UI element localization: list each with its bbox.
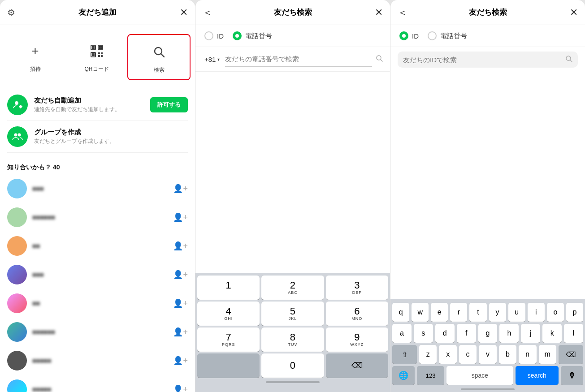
key-delete[interactable]: ⌫ <box>326 353 388 378</box>
key-globe[interactable]: 🌐 <box>392 366 415 385</box>
allow-button[interactable]: 許可する <box>150 97 188 112</box>
key-q[interactable]: q <box>392 303 409 322</box>
panel-search-phone: ＜ 友だち検索 ✕ ID 電話番号 +81 ▾ 1 <box>195 0 390 392</box>
svg-rect-8 <box>98 55 100 57</box>
key-space[interactable]: space <box>446 366 513 385</box>
add-friend-icon[interactable]: 👤+ <box>173 212 188 222</box>
key-label: 5 <box>290 306 295 316</box>
phone-search-input[interactable] <box>225 52 372 67</box>
create-group-icon <box>7 126 28 147</box>
key-e[interactable]: e <box>431 303 448 322</box>
add-friend-icon[interactable]: 👤+ <box>173 384 188 392</box>
contact-name: ■■■■■ <box>32 357 168 364</box>
panel2-back-icon[interactable]: ＜ <box>203 6 212 19</box>
panel3-radio-phone[interactable]: 電話番号 <box>428 31 467 40</box>
add-friend-icon[interactable]: 👤+ <box>173 241 188 251</box>
country-code-value: +81 <box>204 56 216 63</box>
avatar <box>7 265 27 284</box>
add-friend-icon[interactable]: 👤+ <box>173 270 188 280</box>
key-f[interactable]: f <box>457 324 476 343</box>
key-o[interactable]: o <box>547 303 564 322</box>
key-0[interactable]: 0 <box>261 353 324 378</box>
key-y[interactable]: y <box>489 303 506 322</box>
key-p[interactable]: p <box>566 303 583 322</box>
key-g[interactable]: g <box>478 324 498 343</box>
avatar <box>7 379 27 392</box>
add-friend-icon[interactable]: 👤+ <box>173 298 188 308</box>
key-b[interactable]: b <box>499 345 516 364</box>
key-sub: WXYZ <box>350 342 364 347</box>
key-m[interactable]: m <box>539 345 556 364</box>
key-3[interactable]: 3 DEF <box>326 276 388 300</box>
key-sub: GHI <box>224 316 233 321</box>
radio-phone-circle <box>233 31 242 40</box>
key-d[interactable]: d <box>435 324 455 343</box>
key-8[interactable]: 8 TUV <box>261 327 324 352</box>
key-search[interactable]: search <box>516 366 559 385</box>
key-l[interactable]: l <box>564 324 583 343</box>
panel3-back-icon[interactable]: ＜ <box>398 6 407 19</box>
key-z[interactable]: z <box>419 345 437 364</box>
contact-name: ■■■ <box>32 271 168 278</box>
panel1-title: 友だち追加 <box>78 7 117 17</box>
key-1[interactable]: 1 <box>197 276 260 300</box>
key-sub: DEF <box>352 290 362 295</box>
add-friend-icon[interactable]: 👤+ <box>173 356 188 366</box>
key-t[interactable]: t <box>469 303 486 322</box>
id-search-box <box>398 52 578 68</box>
gear-icon[interactable]: ⚙ <box>7 7 15 18</box>
panel3-radio-id[interactable]: ID <box>399 31 419 40</box>
key-5[interactable]: 5 JKL <box>261 302 324 326</box>
key-s[interactable]: s <box>414 324 433 343</box>
invite-item[interactable]: + 招待 <box>4 34 66 80</box>
key-j[interactable]: j <box>521 324 540 343</box>
key-c[interactable]: c <box>459 345 477 364</box>
svg-rect-5 <box>92 53 95 56</box>
key-4[interactable]: 4 GHI <box>197 302 260 326</box>
id-search-input[interactable] <box>403 56 562 64</box>
search-item[interactable]: 検索 <box>127 34 191 80</box>
key-r[interactable]: r <box>450 303 467 322</box>
create-group-item: グループを作成 友だちとグループを作成します。 <box>7 121 188 153</box>
panel3-close-icon[interactable]: ✕ <box>570 7 578 18</box>
dropdown-arrow: ▾ <box>217 57 220 62</box>
radio-phone[interactable]: 電話番号 <box>233 31 272 40</box>
key-empty <box>197 353 260 378</box>
key-123[interactable]: 123 <box>417 366 444 385</box>
key-w[interactable]: w <box>412 303 429 322</box>
invite-icon: + <box>24 39 47 63</box>
key-k[interactable]: k <box>542 324 562 343</box>
contact-name: ■■ <box>32 242 168 250</box>
contact-item: ■■■■■ 👤+ <box>0 375 195 392</box>
radio-id[interactable]: ID <box>204 31 224 40</box>
key-label: 1 <box>226 280 231 290</box>
key-h[interactable]: h <box>499 324 519 343</box>
key-a[interactable]: a <box>392 324 412 343</box>
key-n[interactable]: n <box>519 345 536 364</box>
panel2-close-icon[interactable]: ✕ <box>375 7 383 18</box>
home-indicator <box>266 381 320 383</box>
key-6[interactable]: 6 MNO <box>326 302 388 326</box>
add-friend-icon[interactable]: 👤+ <box>173 184 188 194</box>
key-u[interactable]: u <box>508 303 525 322</box>
panel1-close-icon[interactable]: ✕ <box>180 7 188 18</box>
svg-point-12 <box>15 101 18 105</box>
key-label: 9 <box>354 332 360 342</box>
key-9[interactable]: 9 WXYZ <box>326 327 388 352</box>
kb-delete-key[interactable]: ⌫ <box>559 345 583 364</box>
key-2[interactable]: 2 ABC <box>261 276 324 300</box>
shift-key[interactable]: ⇧ <box>392 345 417 364</box>
add-friend-icon[interactable]: 👤+ <box>173 327 188 337</box>
key-mic[interactable]: 🎙 <box>561 366 583 385</box>
key-v[interactable]: v <box>479 345 496 364</box>
key-i[interactable]: i <box>528 303 545 322</box>
key-x[interactable]: x <box>439 345 456 364</box>
country-code-selector[interactable]: +81 ▾ <box>203 52 221 67</box>
key-7[interactable]: 7 PQRS <box>197 327 260 352</box>
auto-add-info: 友だち自動追加 連絡先を自動で友だち追加します。 <box>34 96 144 113</box>
key-label: 4 <box>226 306 231 316</box>
num-row-4: 0 ⌫ <box>197 353 388 378</box>
contact-item: ■■ 👤+ <box>0 289 195 318</box>
qr-item[interactable]: QRコード <box>66 34 127 80</box>
svg-point-15 <box>18 134 21 137</box>
